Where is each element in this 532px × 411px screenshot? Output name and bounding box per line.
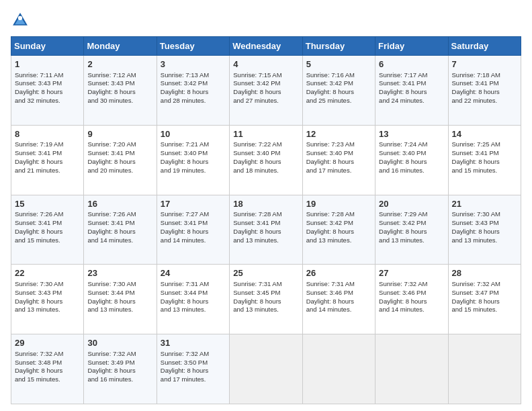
day-info-line: Sunset: 3:46 PM [379, 289, 444, 298]
calendar-cell: 15Sunrise: 7:26 AMSunset: 3:41 PMDayligh… [11, 195, 84, 265]
day-info-line: and 15 minutes. [452, 167, 517, 175]
calendar-cell: 22Sunrise: 7:30 AMSunset: 3:43 PMDayligh… [11, 265, 84, 334]
day-info-line: Sunset: 3:42 PM [306, 79, 371, 88]
day-info-line: Sunrise: 7:28 AM [306, 210, 371, 219]
day-info-line: Daylight: 8 hours [306, 158, 371, 167]
day-info-line: Sunset: 3:41 PM [452, 79, 517, 88]
day-info-line: Sunset: 3:40 PM [379, 149, 444, 158]
day-number: 12 [306, 128, 371, 140]
day-info-line: Daylight: 8 hours [161, 158, 226, 167]
weekday-header-wednesday: Wednesday [230, 37, 302, 56]
day-info-line: Sunrise: 7:21 AM [161, 140, 226, 149]
day-info-line: and 13 minutes. [233, 236, 298, 245]
day-info-line: and 13 minutes. [306, 236, 371, 245]
day-info-line: and 14 minutes. [161, 236, 226, 245]
calendar-cell: 27Sunrise: 7:32 AMSunset: 3:46 PMDayligh… [375, 265, 448, 334]
calendar-cell: 14Sunrise: 7:25 AMSunset: 3:41 PMDayligh… [448, 125, 521, 195]
day-info-line: Daylight: 8 hours [452, 158, 517, 167]
day-info-line: and 17 minutes. [161, 375, 226, 384]
day-info-line: Daylight: 8 hours [161, 88, 226, 97]
svg-point-2 [18, 16, 22, 20]
day-info-line: Daylight: 8 hours [87, 228, 152, 236]
day-info-line: Sunset: 3:41 PM [15, 219, 80, 228]
day-number: 6 [379, 58, 444, 71]
day-number: 30 [87, 337, 152, 349]
day-info-line: Sunrise: 7:23 AM [306, 140, 371, 149]
day-info-line: Sunrise: 7:25 AM [452, 140, 517, 149]
header [11, 11, 521, 30]
day-info-line: Sunrise: 7:15 AM [233, 71, 298, 80]
day-info-line: Daylight: 8 hours [87, 158, 152, 167]
day-info-line: Sunrise: 7:18 AM [452, 71, 517, 80]
day-info-line: and 22 minutes. [452, 97, 517, 105]
day-info-line: and 15 minutes. [15, 236, 80, 245]
day-info-line: and 15 minutes. [452, 306, 517, 314]
day-info-line: Sunrise: 7:32 AM [15, 350, 80, 359]
day-number: 15 [15, 198, 80, 210]
day-info-line: and 16 minutes. [87, 375, 152, 384]
day-info-line: and 16 minutes. [379, 167, 444, 175]
day-info-line: Daylight: 8 hours [379, 298, 444, 306]
calendar-cell: 3Sunrise: 7:13 AMSunset: 3:42 PMDaylight… [157, 56, 229, 126]
day-info-line: Daylight: 8 hours [379, 228, 444, 236]
day-info-line: Sunset: 3:49 PM [87, 359, 152, 367]
calendar-cell: 13Sunrise: 7:24 AMSunset: 3:40 PMDayligh… [375, 125, 448, 195]
day-number: 16 [87, 198, 152, 210]
day-info-line: and 13 minutes. [379, 236, 444, 245]
day-info-line: Sunrise: 7:32 AM [161, 350, 226, 359]
day-info-line: Daylight: 8 hours [15, 158, 80, 167]
day-info-line: and 14 minutes. [306, 306, 371, 314]
day-info-line: Sunset: 3:47 PM [452, 289, 517, 298]
day-number: 14 [452, 128, 517, 140]
day-info-line: and 27 minutes. [233, 97, 298, 105]
calendar-cell: 7Sunrise: 7:18 AMSunset: 3:41 PMDaylight… [448, 56, 521, 126]
day-info-line: Sunset: 3:42 PM [233, 79, 298, 88]
day-number: 17 [161, 198, 226, 210]
day-info-line: Sunset: 3:41 PM [452, 149, 517, 158]
day-info-line: Sunset: 3:43 PM [15, 289, 80, 298]
day-info-line: Sunrise: 7:30 AM [87, 280, 152, 289]
day-number: 25 [233, 267, 298, 279]
day-info-line: Daylight: 8 hours [233, 88, 298, 97]
calendar-table: SundayMondayTuesdayWednesdayThursdayFrid… [11, 36, 521, 404]
day-info-line: Sunrise: 7:31 AM [306, 280, 371, 289]
day-info-line: Sunset: 3:41 PM [233, 219, 298, 228]
calendar-cell: 25Sunrise: 7:31 AMSunset: 3:45 PMDayligh… [230, 265, 302, 334]
day-info-line: and 20 minutes. [87, 167, 152, 175]
calendar-cell: 10Sunrise: 7:21 AMSunset: 3:40 PMDayligh… [157, 125, 229, 195]
day-info-line: and 24 minutes. [379, 97, 444, 105]
page: SundayMondayTuesdayWednesdayThursdayFrid… [0, 0, 532, 411]
day-info-line: Daylight: 8 hours [306, 88, 371, 97]
day-info-line: Sunset: 3:44 PM [161, 289, 226, 298]
calendar-cell: 4Sunrise: 7:15 AMSunset: 3:42 PMDaylight… [230, 56, 302, 126]
day-number: 23 [87, 267, 152, 279]
calendar-cell: 28Sunrise: 7:32 AMSunset: 3:47 PMDayligh… [448, 265, 521, 334]
day-number: 26 [306, 267, 371, 279]
day-info-line: and 19 minutes. [161, 167, 226, 175]
day-info-line: and 13 minutes. [161, 306, 226, 314]
day-info-line: Daylight: 8 hours [452, 298, 517, 306]
weekday-header-monday: Monday [84, 37, 157, 56]
day-info-line: and 30 minutes. [87, 97, 152, 105]
day-info-line: Daylight: 8 hours [15, 367, 80, 375]
day-info-line: Sunrise: 7:22 AM [233, 140, 298, 149]
calendar-cell: 20Sunrise: 7:29 AMSunset: 3:42 PMDayligh… [375, 195, 448, 265]
calendar-cell [375, 334, 448, 404]
day-number: 28 [452, 267, 517, 279]
day-info-line: and 32 minutes. [15, 97, 80, 105]
calendar-cell [230, 334, 302, 404]
day-info-line: Sunrise: 7:32 AM [379, 280, 444, 289]
day-info-line: Sunset: 3:44 PM [87, 289, 152, 298]
calendar-cell: 16Sunrise: 7:26 AMSunset: 3:41 PMDayligh… [84, 195, 157, 265]
day-info-line: Daylight: 8 hours [306, 298, 371, 306]
day-info-line: Daylight: 8 hours [379, 158, 444, 167]
calendar-cell: 30Sunrise: 7:32 AMSunset: 3:49 PMDayligh… [84, 334, 157, 404]
day-number: 18 [233, 198, 298, 210]
day-number: 22 [15, 267, 80, 279]
day-number: 9 [87, 128, 152, 140]
day-info-line: Sunset: 3:40 PM [161, 149, 226, 158]
day-info-line: Sunset: 3:41 PM [87, 219, 152, 228]
day-info-line: and 28 minutes. [161, 97, 226, 105]
day-info-line: Sunrise: 7:29 AM [379, 210, 444, 219]
day-info-line: Sunset: 3:41 PM [15, 149, 80, 158]
